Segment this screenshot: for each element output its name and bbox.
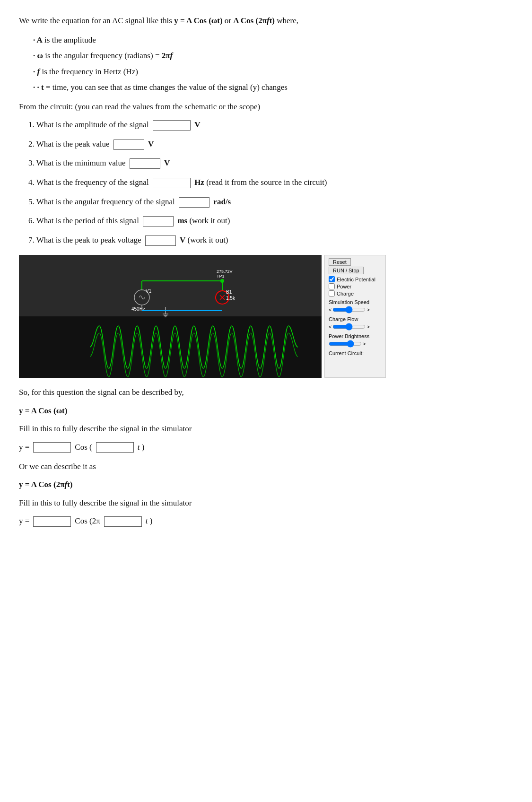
question-3: 3. What is the minimum value V [28, 156, 513, 171]
svg-text:1.5k: 1.5k [226, 296, 235, 301]
from-circuit-text: From the circuit: (you can read the valu… [19, 100, 513, 113]
current-circuit-label: Current Circuit: [329, 350, 382, 356]
electric-potential-checkbox[interactable] [329, 276, 335, 282]
charge-label: Charge [337, 291, 354, 296]
input-peak-to-peak[interactable] [145, 235, 176, 246]
formula1-text: y = A Cos (ωt) [19, 406, 67, 415]
svg-text:B1: B1 [226, 289, 232, 295]
question-7: 7. What is the peak to peak voltage V (w… [28, 233, 513, 248]
charge-flow-slider[interactable] [332, 323, 366, 331]
input-omega-val[interactable] [96, 442, 134, 453]
bullet-list: A is the amplitude ω is the angular freq… [33, 34, 513, 94]
intro-line1: We write the equation for an AC signal l… [19, 14, 513, 27]
svg-text:V1: V1 [146, 288, 152, 294]
formula-section: So, for this question the signal can be … [19, 385, 513, 529]
sim-panel: Reset RUN / Stop Electric Potential Powe… [324, 255, 386, 378]
fill-note2: Fill in this to fully describe the signa… [19, 496, 513, 511]
charge-flow-left-icon: < [329, 324, 331, 330]
charge-flow-slider-row: < > [329, 323, 382, 331]
question-2: 2. What is the peak value V [28, 137, 513, 152]
fill-line-2: y = Cos (2π t ) [19, 514, 513, 529]
question-4: 4. What is the frequency of the signal H… [28, 175, 513, 190]
bullet-frequency: f is the frequency in Hertz (Hz) [33, 65, 513, 78]
charge-flow-label: Charge Flow [329, 316, 382, 322]
y-equals-2: y = [19, 514, 29, 529]
cos-label-2: Cos (2π [75, 514, 100, 529]
input-frequency[interactable] [153, 178, 191, 188]
simulator-area: 296V Bulb B1 TP1 [19, 255, 513, 378]
sim-speed-left-icon: < [329, 307, 331, 313]
conclusion-line1: So, for this question the signal can be … [19, 385, 513, 400]
sim-speed-right-icon: > [366, 307, 369, 313]
power-label: Power [337, 284, 351, 289]
charge-checkbox[interactable] [329, 290, 335, 296]
input-amplitude-val2[interactable] [33, 516, 71, 527]
power-row: Power [329, 283, 382, 289]
power-brightness-slider[interactable] [329, 340, 362, 348]
brightness-right-icon: > [363, 341, 366, 347]
reset-button[interactable]: Reset [329, 258, 351, 266]
formula1-display: y = A Cos (ωt) [19, 404, 513, 418]
charge-flow-right-icon: > [366, 324, 369, 330]
or-line: Or we can describe it as [19, 460, 513, 474]
questions-list: 1. What is the amplitude of the signal V… [28, 118, 513, 247]
sim-speed-label: Simulation Speed [329, 299, 382, 305]
question-5: 5. What is the angular frequency of the … [28, 195, 513, 209]
bullet-time: · t = time, you can see that as time cha… [33, 81, 513, 94]
svg-rect-1 [19, 255, 322, 316]
input-amplitude[interactable] [153, 120, 191, 131]
input-freq-val[interactable] [104, 516, 142, 527]
power-brightness-label: Power Brightness [329, 333, 382, 339]
run-stop-button[interactable]: RUN / Stop [329, 267, 364, 274]
input-period[interactable] [143, 216, 174, 227]
bullet-omega: ω is the angular frequency (radians) = 2… [33, 49, 513, 62]
bullet-amplitude: A is the amplitude [33, 34, 513, 46]
formula2-display: y = A Cos (2πft) [19, 478, 513, 492]
svg-text:TP1: TP1 [217, 274, 225, 279]
electric-potential-label: Electric Potential [337, 277, 375, 282]
sim-canvas: 296V Bulb B1 TP1 [19, 255, 322, 378]
t-label-1: t ) [138, 440, 145, 455]
fill-note1: Fill in this to fully describe the signa… [19, 422, 513, 436]
electric-potential-row: Electric Potential [329, 276, 382, 282]
y-equals-1: y = [19, 440, 29, 455]
svg-text:275.72V: 275.72V [217, 269, 233, 274]
sim-speed-slider[interactable] [332, 306, 366, 314]
question-1: 1. What is the amplitude of the signal V [28, 118, 513, 132]
question-6: 6. What is the period of this signal ms … [28, 214, 513, 228]
input-angular-freq[interactable] [179, 197, 209, 208]
input-peak[interactable] [113, 139, 144, 150]
fill-line-1: y = Cos ( t ) [19, 440, 513, 455]
input-amplitude-val[interactable] [33, 442, 71, 453]
power-checkbox[interactable] [329, 283, 335, 289]
t-label-2: t ) [146, 514, 153, 529]
charge-row: Charge [329, 290, 382, 296]
cos-label-1: Cos ( [75, 440, 92, 455]
svg-point-12 [220, 279, 224, 283]
formula2-text: y = A Cos (2πft) [19, 480, 72, 489]
power-brightness-slider-row: > [329, 340, 382, 348]
sim-speed-slider-row: < > [329, 306, 382, 314]
input-minimum[interactable] [130, 158, 160, 169]
